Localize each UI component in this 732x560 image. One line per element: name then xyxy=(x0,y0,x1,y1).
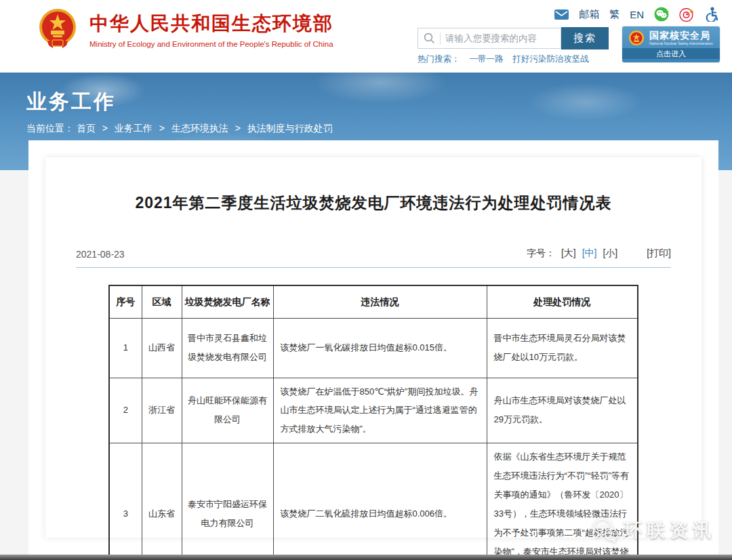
search-icon xyxy=(424,33,435,44)
nnsa-title: 国家核安全局 xyxy=(649,31,713,41)
site-logo[interactable]: 中华人民共和国生态环境部 Ministry of Ecology and Env… xyxy=(35,6,333,52)
cell-punishment: 依据《山东省生态环境厅关于规范生态环境违法行为“不罚”“轻罚”等有关事项的通知》… xyxy=(487,443,638,560)
site-subtitle: Ministry of Ecology and Environment of t… xyxy=(89,40,333,48)
column-header-punishment: 处理处罚情况 xyxy=(487,285,638,318)
breadcrumb-separator: > xyxy=(235,123,241,134)
article-tools: 字号： [大] [中] [小] [打印] xyxy=(527,247,671,260)
meta-divider xyxy=(76,267,671,268)
table-row: 1 山西省 晋中市灵石县鑫和垃圾焚烧发电有限公司 该焚烧厂一氧化碳排放日均值超标… xyxy=(109,318,638,378)
search-divider xyxy=(440,33,441,45)
cell-plant: 泰安市宁阳盛运环保电力有限公司 xyxy=(182,443,273,560)
cell-index: 1 xyxy=(109,318,142,378)
accessibility-icon[interactable] xyxy=(705,7,718,22)
nnsa-enter-button[interactable]: 点击进入 xyxy=(622,48,720,59)
national-emblem-icon xyxy=(35,6,80,52)
column-header-plant: 垃圾焚烧发电厂名称 xyxy=(182,285,273,318)
cell-punishment: 舟山市生态环境局对该焚烧厂处以29万元罚款。 xyxy=(487,378,638,443)
breadcrumb-separator: > xyxy=(102,123,108,134)
search-area: 搜索 xyxy=(418,27,609,49)
search-input[interactable] xyxy=(445,33,547,43)
breadcrumb: 当前位置： 首页 > 业务工作 > 生态环境执法 > 执法制度与行政处罚 xyxy=(26,123,333,135)
nnsa-banner-button[interactable]: 国家核安全局 National Nuclear Safety Administr… xyxy=(622,26,720,62)
cell-punishment: 晋中市生态环境局灵石分局对该焚烧厂处以10万元罚款。 xyxy=(487,318,638,378)
hot-search-link-1[interactable]: 一带一路 xyxy=(470,54,504,65)
table-row: 2 浙江省 舟山旺能环保能源有限公司 该焚烧厂在炉温低于850℃“烘炉”期间投加… xyxy=(109,378,638,443)
cell-plant: 晋中市灵石县鑫和垃圾焚烧发电有限公司 xyxy=(182,318,273,378)
mail-icon[interactable] xyxy=(554,9,569,20)
wechat-icon[interactable] xyxy=(654,7,669,22)
article-title: 2021年第二季度生活垃圾焚烧发电厂环境违法行为处理处罚情况表 xyxy=(76,157,671,214)
font-size-medium-button[interactable]: [中] xyxy=(582,247,597,260)
page-title: 业务工作 xyxy=(26,88,116,116)
cell-index: 3 xyxy=(109,443,142,560)
utility-bar: 邮箱 繁 EN xyxy=(554,7,718,22)
site-title-block: 中华人民共和国生态环境部 Ministry of Ecology and Env… xyxy=(89,11,333,48)
publish-date: 2021-08-23 xyxy=(76,249,125,260)
cell-region: 山西省 xyxy=(142,318,182,378)
hot-search-link-2[interactable]: 打好污染防治攻坚战 xyxy=(513,54,590,65)
mail-link[interactable]: 邮箱 xyxy=(579,8,599,21)
article-meta-row: 2021-08-23 字号： [大] [中] [小] [打印] xyxy=(76,247,671,260)
hot-search-row: 热门搜索： 一带一路 打好污染防治攻坚战 xyxy=(418,54,589,65)
weibo-icon[interactable] xyxy=(679,7,695,22)
cell-violation: 该焚烧厂在炉温低于850℃“烘炉”期间投加垃圾。舟山市生态环境局认定上述行为属于… xyxy=(273,378,487,443)
site-header: 中华人民共和国生态环境部 Ministry of Ecology and Env… xyxy=(0,0,732,73)
nnsa-top: 国家核安全局 National Nuclear Safety Administr… xyxy=(622,26,720,48)
article-card: 2021年第二季度生活垃圾焚烧发电厂环境违法行为处理处罚情况表 2021-08-… xyxy=(45,157,702,538)
nnsa-emblem-icon xyxy=(628,29,645,47)
breadcrumb-separator: > xyxy=(159,123,165,134)
nnsa-subtitle: National Nuclear Safety Administration xyxy=(649,41,713,45)
breadcrumb-item-business[interactable]: 业务工作 xyxy=(115,123,152,134)
content-container: 2021年第二季度生活垃圾焚烧发电厂环境违法行为处理处罚情况表 2021-08-… xyxy=(28,140,718,555)
breadcrumb-item-penalty[interactable]: 执法制度与行政处罚 xyxy=(247,123,333,134)
traditional-chinese-link[interactable]: 繁 xyxy=(609,8,619,21)
footer-top-bar xyxy=(0,555,732,560)
search-box[interactable] xyxy=(418,28,561,49)
breadcrumb-label: 当前位置： xyxy=(26,123,74,134)
breadcrumb-item-enforcement[interactable]: 生态环境执法 xyxy=(171,123,228,134)
font-size-small-button[interactable]: [小] xyxy=(603,247,617,260)
hot-search-label: 热门搜索： xyxy=(418,54,460,65)
cell-plant: 舟山旺能环保能源有限公司 xyxy=(182,378,273,443)
penalty-table: 序号 区域 垃圾焚烧发电厂名称 违法情况 处理处罚情况 1 山西省 晋中市灵石县… xyxy=(108,285,638,560)
column-header-region: 区域 xyxy=(142,285,182,318)
cell-violation: 该焚烧厂二氧化硫排放日均值超标0.006倍。 xyxy=(273,443,487,560)
column-header-index: 序号 xyxy=(109,285,142,318)
search-button[interactable]: 搜索 xyxy=(561,27,609,49)
print-button[interactable]: [打印] xyxy=(647,247,671,260)
cell-index: 2 xyxy=(109,378,142,443)
breadcrumb-item-home[interactable]: 首页 xyxy=(77,123,96,134)
font-size-large-button[interactable]: [大] xyxy=(561,247,576,260)
column-header-violation: 违法情况 xyxy=(273,285,487,318)
font-size-label: 字号： xyxy=(527,247,555,260)
cell-region: 山东省 xyxy=(142,443,182,560)
english-link[interactable]: EN xyxy=(630,9,644,20)
nnsa-text-block: 国家核安全局 National Nuclear Safety Administr… xyxy=(649,31,713,45)
site-title: 中华人民共和国生态环境部 xyxy=(89,11,333,37)
table-header-row: 序号 区域 垃圾焚烧发电厂名称 违法情况 处理处罚情况 xyxy=(109,285,638,318)
cell-region: 浙江省 xyxy=(142,378,182,443)
table-row: 3 山东省 泰安市宁阳盛运环保电力有限公司 该焚烧厂二氧化硫排放日均值超标0.0… xyxy=(109,443,638,560)
cell-violation: 该焚烧厂一氧化碳排放日均值超标0.015倍。 xyxy=(273,318,487,378)
